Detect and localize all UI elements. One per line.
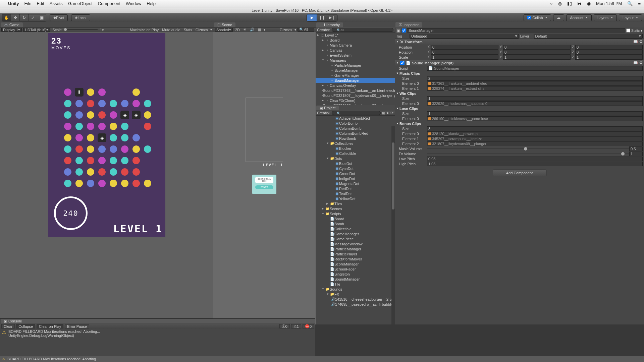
project-item[interactable]: ▶📁Scenes: [316, 206, 395, 211]
low-pitch[interactable]: [427, 157, 643, 161]
project-item[interactable]: 📄Bomb: [316, 221, 395, 226]
music-volume-slider[interactable]: [427, 146, 629, 151]
project-item[interactable]: 📄SoundManager: [316, 277, 395, 282]
display-dropdown[interactable]: Display 1 ▾: [1, 28, 22, 32]
gizmos-toggle[interactable]: Gizmos: [195, 28, 209, 32]
project-item[interactable]: ▣RowBomb: [316, 136, 395, 141]
gear-icon[interactable]: ⚙: [639, 61, 643, 65]
project-item[interactable]: 📄Tile: [316, 282, 395, 287]
game-tab[interactable]: 🎮Game: [1, 22, 23, 27]
wifi-icon[interactable]: ◉: [587, 1, 591, 6]
collapse-toggle[interactable]: Collapse: [16, 324, 35, 328]
project-item[interactable]: 📄GameManager: [316, 231, 395, 236]
rect-tool[interactable]: ▣: [37, 14, 46, 21]
search-icon[interactable]: 🔍: [627, 1, 633, 6]
pos-x[interactable]: [431, 45, 498, 50]
music-e1[interactable]: 329374__frankum__extract-of-s: [427, 86, 643, 91]
rot-z[interactable]: [575, 50, 643, 55]
project-item[interactable]: ▣TealDot: [316, 191, 395, 196]
hierarchy-item[interactable]: ▫SoundFX321807__lloydevans09__plunger-po…: [316, 103, 395, 105]
scl-x[interactable]: [431, 55, 498, 60]
clock[interactable]: Mon 1:59 PM: [596, 1, 622, 6]
scl-y[interactable]: [503, 55, 571, 60]
hierarchy-item[interactable]: ▶▫Board: [316, 38, 395, 43]
warn-count[interactable]: ⚠ 1: [291, 324, 301, 328]
fx-volume-slider[interactable]: [427, 152, 629, 156]
bonus-e1[interactable]: 345297__scrampunk__itemize: [427, 136, 643, 141]
mute-toggle[interactable]: Mute audio: [161, 28, 181, 32]
hierarchy-item[interactable]: ▫ParticleManager: [316, 63, 395, 68]
project-item[interactable]: ▣ColorBomb: [316, 121, 395, 126]
hierarchy-item[interactable]: ▫SoundManager: [316, 78, 395, 83]
move-tool[interactable]: ✥: [11, 14, 20, 21]
project-item[interactable]: ▼📁Collectibles: [316, 141, 395, 146]
hierarchy-item[interactable]: ▫GameManager: [316, 73, 395, 78]
gear-icon[interactable]: ⚙: [639, 40, 643, 44]
scene-view[interactable]: LEVEL 1 SCORE GOAL 8000 START: [213, 32, 316, 324]
project-item[interactable]: ▣BlueDot: [316, 161, 395, 166]
project-item[interactable]: 📄Board: [316, 216, 395, 221]
hierarchy-tab[interactable]: ☰Hierarchy: [316, 22, 343, 27]
appname[interactable]: Unity: [8, 1, 19, 6]
active-checkbox[interactable]: [402, 28, 406, 33]
hand-tool[interactable]: ✋: [2, 14, 11, 21]
menu-gameobject[interactable]: GameObject: [68, 1, 93, 6]
error-count[interactable]: ⛔ 0: [303, 324, 314, 328]
project-item[interactable]: ▣YellowDot: [316, 196, 395, 201]
lose-e0[interactable]: 269190__mickleness__game-lose: [427, 116, 643, 121]
info-count[interactable]: ⓘ 0: [279, 324, 290, 328]
high-pitch[interactable]: [427, 162, 643, 166]
project-item[interactable]: 📄Singleton: [316, 272, 395, 277]
project-tree[interactable]: ▣AdjacentBombRed▣ColorBomb▣ColumnBomb▣Co…: [316, 116, 395, 324]
add-component-button[interactable]: Add Component: [493, 170, 546, 176]
create-dropdown[interactable]: Create: [317, 111, 328, 115]
win-e0[interactable]: 322929__rhodesmas__success-0: [427, 101, 643, 106]
project-item[interactable]: ▣RedDot: [316, 186, 395, 191]
project-tab[interactable]: ▣Project: [316, 106, 339, 110]
pause-button[interactable]: ❚❚: [317, 14, 327, 21]
step-button[interactable]: ▶❙: [327, 14, 337, 21]
scene-tab[interactable]: ⬚Scene: [214, 22, 235, 27]
errorpause-toggle[interactable]: Error Pause: [65, 324, 89, 328]
bonus-size[interactable]: [427, 126, 643, 131]
project-item[interactable]: ▣AdjacentBombRed: [316, 116, 395, 121]
hierarchy-item[interactable]: ▫SoundFX317363__frankum__ambient-electro…: [316, 88, 395, 93]
scrollbar[interactable]: [391, 126, 395, 324]
project-item[interactable]: ▣ColumnBombRed: [316, 131, 395, 136]
project-item[interactable]: ▣CyanDot: [316, 166, 395, 171]
lose-size[interactable]: [427, 111, 643, 116]
project-item[interactable]: ▣GreenDot: [316, 171, 395, 176]
scl-z[interactable]: [575, 55, 643, 60]
menu-edit[interactable]: Edit: [37, 1, 44, 6]
bluetooth-icon[interactable]: ⧓: [577, 1, 582, 6]
console-tab[interactable]: ▣Console: [1, 319, 315, 323]
project-item[interactable]: 📄ScoreManager: [316, 261, 395, 266]
pivot-toggle[interactable]: ◆ Pivot: [50, 14, 68, 21]
hierarchy-item[interactable]: ▼▫Managers: [316, 58, 395, 63]
project-item[interactable]: ▼📁Sounds: [316, 287, 395, 292]
bonus-e2[interactable]: 321807__lloydevans09__plunger: [427, 141, 643, 146]
project-item[interactable]: 🔊174695__paespedro__sci-fi-bubble-pop: [316, 302, 395, 307]
gizmos-toggle[interactable]: Gizmos: [279, 28, 293, 32]
clear-button[interactable]: Clear: [1, 324, 15, 328]
win-size[interactable]: [427, 96, 643, 101]
project-search[interactable]: 🔍: [332, 111, 381, 115]
shaded-dropdown[interactable]: Shaded ▾: [215, 28, 233, 32]
collab-dropdown[interactable]: Collab▼: [524, 14, 551, 21]
project-item[interactable]: ▣Collectible: [316, 151, 395, 156]
hierarchy-item[interactable]: ▶▫Canvas: [316, 48, 395, 53]
account-dropdown[interactable]: Account▼: [566, 14, 592, 21]
battery-icon[interactable]: ▮▯: [567, 1, 572, 6]
dropbox-icon[interactable]: ⟐: [550, 1, 553, 6]
hierarchy-search[interactable]: 🔍All: [332, 28, 393, 32]
project-item[interactable]: ▣MagentaDot: [316, 181, 395, 186]
script-field[interactable]: 📄SoundManager: [427, 66, 643, 71]
menu-component[interactable]: Component: [98, 1, 120, 6]
menu-window[interactable]: Window: [126, 1, 141, 6]
project-item[interactable]: 📄RectXformMover: [316, 256, 395, 261]
hierarchy-item[interactable]: ▶▫ClearFX(Clone): [316, 98, 395, 103]
menu-file[interactable]: File: [24, 1, 32, 6]
project-item[interactable]: 📄ParticleManager: [316, 246, 395, 251]
hierarchy-item[interactable]: ▫SoundFX321807__lloydevans09__plunger-po…: [316, 93, 395, 98]
scene-search[interactable]: 🔍All: [298, 28, 314, 32]
